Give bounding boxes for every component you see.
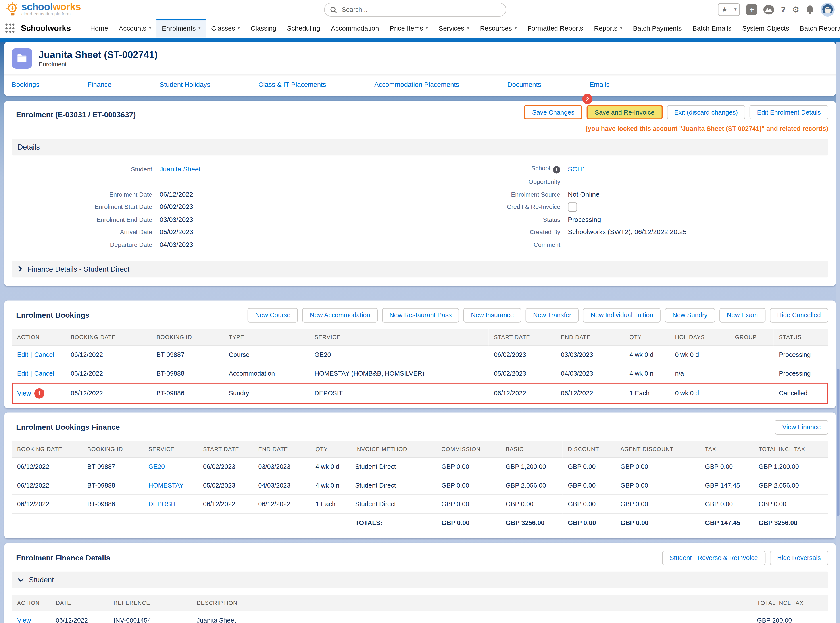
nav-tab-system-objects[interactable]: System Objects xyxy=(737,19,794,38)
edit-link[interactable]: Edit xyxy=(17,370,28,377)
edit-link[interactable]: Edit xyxy=(17,351,28,358)
cell-service: HOMESTAY (HOMB&B, HOMSILVER) xyxy=(309,364,489,382)
cell-end-date: 06/12/2022 xyxy=(555,382,624,404)
field-label: Departure Date xyxy=(12,242,159,248)
new-accommodation-button[interactable]: New Accommodation xyxy=(302,308,378,322)
nav-tab-classing[interactable]: Classing xyxy=(245,19,282,38)
nav-tab-batch-reports[interactable]: Batch Reports xyxy=(794,19,840,38)
nav-tab-reports[interactable]: Reports▾ xyxy=(589,19,628,38)
enrolment-bookings-finance-card: Enrolment Bookings Finance View Finance … xyxy=(4,412,835,538)
edit-enrolment-details-button[interactable]: Edit Enrolment Details xyxy=(750,105,828,120)
trailhead-icon[interactable] xyxy=(764,5,774,14)
quicklink-emails[interactable]: Emails xyxy=(589,81,610,89)
cell-type: Course xyxy=(224,345,309,364)
service-link[interactable]: GE20 xyxy=(149,463,165,470)
cell-group xyxy=(730,382,774,404)
save-and-reinvoice-button[interactable]: Save and Re-Invoice xyxy=(587,105,662,120)
quicklink-finance[interactable]: Finance xyxy=(87,81,112,89)
new-restaurant-pass-button[interactable]: New Restaurant Pass xyxy=(382,308,459,322)
field-label: Opportunity xyxy=(420,178,568,185)
nav-tab-home[interactable]: Home xyxy=(85,19,113,38)
search-input[interactable] xyxy=(341,5,500,14)
student-section-toggle[interactable]: Student xyxy=(12,571,828,588)
help-icon[interactable]: ? xyxy=(781,5,786,14)
new-insurance-button[interactable]: New Insurance xyxy=(463,308,521,322)
setup-gear-icon[interactable]: ⚙ xyxy=(792,5,799,14)
new-course-button[interactable]: New Course xyxy=(248,308,298,322)
cell-commission: GBP 0.00 xyxy=(436,476,500,494)
scrollbar-thumb[interactable] xyxy=(837,368,839,516)
global-search[interactable] xyxy=(324,3,506,17)
hide-cancelled-button[interactable]: Hide Cancelled xyxy=(769,308,828,322)
details-fields: StudentJuanita Sheet SchooliSCH1 Opportu… xyxy=(12,155,828,253)
favorites-control[interactable]: ★ ▼ xyxy=(718,3,740,16)
nav-tab-price-items[interactable]: Price Items▾ xyxy=(384,19,434,38)
status-value: Processing xyxy=(568,216,601,223)
nav-tab-accounts[interactable]: Accounts▾ xyxy=(113,19,156,38)
cancel-link[interactable]: Cancel xyxy=(34,370,54,377)
new-sundry-button[interactable]: New Sundry xyxy=(665,308,715,322)
favorites-caret-icon[interactable]: ▼ xyxy=(731,8,739,11)
cell-start-date: 06/12/2022 xyxy=(198,494,253,513)
chevron-down-icon: ▾ xyxy=(467,26,469,31)
new-transfer-button[interactable]: New Transfer xyxy=(526,308,579,322)
school-link[interactable]: SCH1 xyxy=(568,166,586,173)
field-label: Credit & Re-Invoice xyxy=(420,204,568,210)
cell-group xyxy=(730,345,774,364)
table-row: Edit|Cancel 06/12/2022 BT-09888 Accommod… xyxy=(12,364,828,382)
quicklink-class-it-placements[interactable]: Class & IT Placements xyxy=(258,81,326,89)
add-icon[interactable]: + xyxy=(746,4,757,15)
nav-tab-resources[interactable]: Resources▾ xyxy=(475,19,522,38)
cancel-link[interactable]: Cancel xyxy=(34,351,54,358)
lightbulb-icon xyxy=(5,2,19,17)
departure-date-value: 04/03/2023 xyxy=(160,241,193,249)
finance-details-toggle[interactable]: Finance Details - Student Direct xyxy=(12,261,828,277)
view-link[interactable]: View xyxy=(17,616,31,623)
cell-end-date: 03/03/2023 xyxy=(555,345,624,364)
chevron-down-icon: ▾ xyxy=(238,26,240,31)
page-scrollbar[interactable] xyxy=(836,42,840,623)
cell-service: GE20 xyxy=(309,345,489,364)
nav-tab-services[interactable]: Services▾ xyxy=(434,19,475,38)
cell-booking-date: 06/12/2022 xyxy=(65,364,151,382)
student-reverse-reinvoice-button[interactable]: Student - Reverse & ReInvoice xyxy=(662,551,765,565)
new-exam-button[interactable]: New Exam xyxy=(719,308,765,322)
totals-tax: GBP 147.45 xyxy=(700,513,753,532)
totals-agent-discount: GBP 0.00 xyxy=(615,513,700,532)
view-link[interactable]: View xyxy=(17,389,31,397)
quicklink-documents[interactable]: Documents xyxy=(507,81,541,89)
nav-tab-formatted-reports[interactable]: Formatted Reports xyxy=(522,19,589,38)
view-finance-button[interactable]: View Finance xyxy=(775,420,828,434)
quicklink-accommodation-placements[interactable]: Accommodation Placements xyxy=(374,81,459,89)
nav-tab-classes[interactable]: Classes▾ xyxy=(206,19,245,38)
service-link[interactable]: DEPOSIT xyxy=(149,500,177,508)
quicklink-bookings[interactable]: Bookings xyxy=(12,81,39,89)
table-row: 06/12/2022 BT-09887 GE20 06/02/2023 03/0… xyxy=(12,457,828,476)
credit-reinvoice-checkbox[interactable] xyxy=(568,203,577,212)
nav-tab-batch-payments[interactable]: Batch Payments xyxy=(628,19,687,38)
save-changes-button[interactable]: Save Changes xyxy=(524,105,582,120)
nav-tab-enrolments[interactable]: Enrolments▾ xyxy=(156,19,206,38)
cell-type: Accommodation xyxy=(224,364,309,382)
star-icon[interactable]: ★ xyxy=(718,3,731,15)
exit-discard-button[interactable]: Exit (discard changes) xyxy=(667,105,745,120)
avatar[interactable] xyxy=(821,2,835,16)
service-link[interactable]: HOMESTAY xyxy=(149,482,184,489)
app-launcher-icon[interactable] xyxy=(5,24,14,33)
nav-tab-batch-emails[interactable]: Batch Emails xyxy=(687,19,737,38)
student-link[interactable]: Juanita Sheet xyxy=(160,166,201,173)
new-individual-tuition-button[interactable]: New Individual Tuition xyxy=(583,308,661,322)
nav-tab-scheduling[interactable]: Scheduling xyxy=(282,19,325,38)
hide-reversals-button[interactable]: Hide Reversals xyxy=(769,551,828,565)
quicklink-student-holidays[interactable]: Student Holidays xyxy=(159,81,210,89)
cell-agent-discount: GBP 0.00 xyxy=(615,494,700,513)
bookings-table: ACTIONBOOKING DATEBOOKING IDTYPESERVICES… xyxy=(12,329,828,404)
nav-tab-accommodation[interactable]: Accommodation xyxy=(326,19,384,38)
info-icon[interactable]: i xyxy=(553,166,560,173)
cell-commission: GBP 0.00 xyxy=(436,457,500,476)
cell-booking-date: 06/12/2022 xyxy=(65,382,151,404)
notifications-bell-icon[interactable] xyxy=(806,5,814,14)
field-label: Enrolment Source xyxy=(420,191,568,198)
header-actions: ★ ▼ + ? ⚙ xyxy=(718,2,834,16)
section-title: Enrolment Bookings Finance xyxy=(16,423,120,431)
